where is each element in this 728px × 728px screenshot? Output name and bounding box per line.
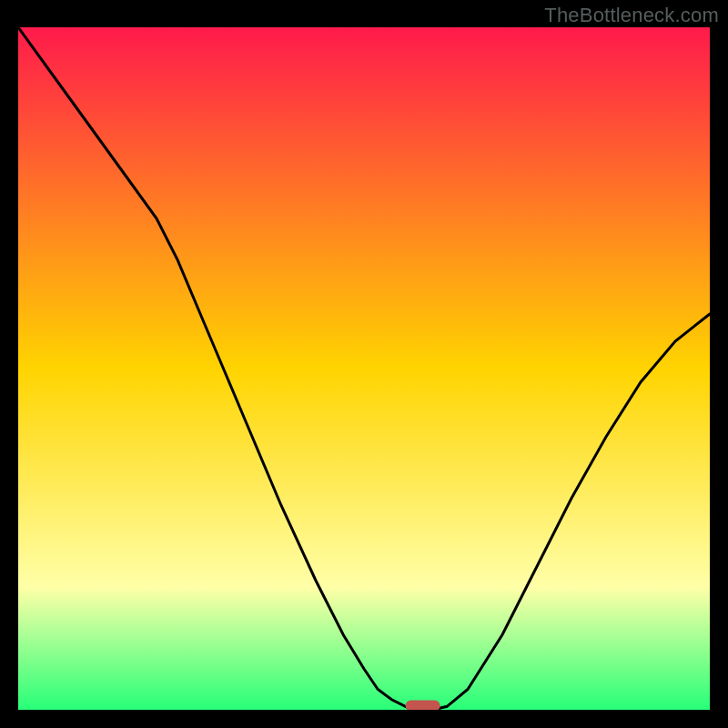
gradient-background [18, 27, 710, 710]
optimal-marker [406, 701, 440, 711]
chart-svg [18, 27, 710, 710]
watermark-label: TheBottleneck.com [544, 4, 719, 27]
bottleneck-chart [18, 27, 710, 710]
chart-frame: TheBottleneck.com [0, 0, 728, 728]
